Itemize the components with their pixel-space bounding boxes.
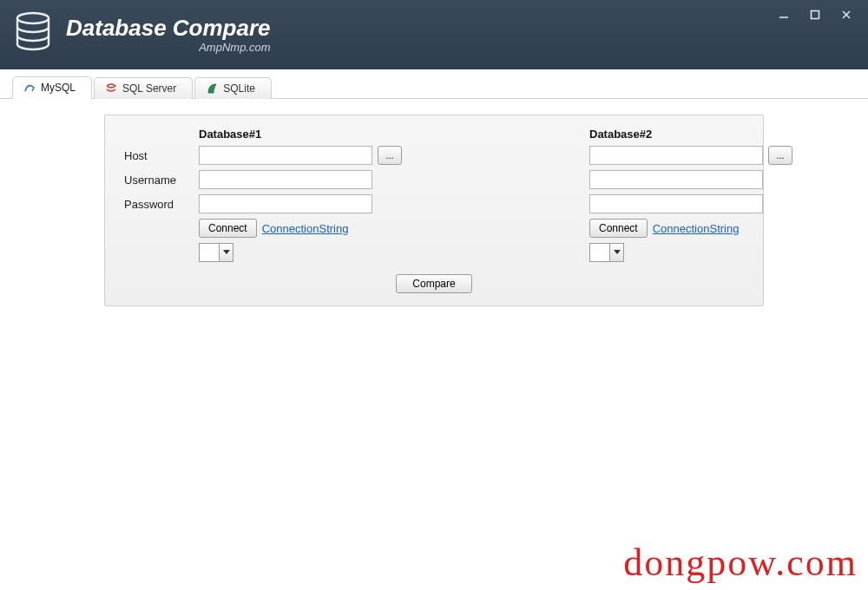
db2-header: Database#2 bbox=[589, 128, 763, 141]
db1-database-dropdown[interactable] bbox=[199, 243, 233, 262]
username-label: Username bbox=[124, 174, 194, 187]
db1-password-input[interactable] bbox=[199, 194, 372, 213]
db2-dropdown-value bbox=[590, 244, 609, 261]
app-title: Database Compare bbox=[66, 16, 271, 39]
db2-host-browse-button[interactable]: ... bbox=[768, 146, 792, 165]
host-label: Host bbox=[124, 149, 194, 162]
db2-connectionstring-link[interactable]: ConnectionString bbox=[653, 222, 740, 235]
content-area: Database#1 Database#2 Host ... ... Usern… bbox=[0, 99, 868, 322]
tab-label: SQLite bbox=[223, 82, 255, 95]
window-controls bbox=[769, 5, 861, 24]
titlebar: Database Compare AmpNmp.com bbox=[0, 0, 868, 69]
tab-label: SQL Server bbox=[122, 82, 176, 95]
db2-database-dropdown[interactable] bbox=[589, 243, 624, 262]
password-label: Password bbox=[124, 198, 194, 211]
compare-panel: Database#1 Database#2 Host ... ... Usern… bbox=[104, 115, 764, 306]
close-button[interactable] bbox=[832, 5, 861, 24]
db1-host-browse-button[interactable]: ... bbox=[378, 146, 402, 165]
db1-username-input[interactable] bbox=[199, 170, 372, 189]
mysql-icon bbox=[23, 82, 36, 94]
tab-sqlite[interactable]: SQLite bbox=[194, 77, 272, 99]
db1-dropdown-value bbox=[200, 244, 219, 261]
db1-header: Database#1 bbox=[199, 128, 372, 141]
database-logo-icon bbox=[12, 11, 54, 58]
minimize-button[interactable] bbox=[769, 5, 799, 24]
tab-label: MySQL bbox=[41, 82, 76, 94]
tab-mysql[interactable]: MySQL bbox=[12, 76, 92, 99]
svg-rect-2 bbox=[812, 11, 819, 19]
app-subtitle: AmpNmp.com bbox=[66, 41, 271, 54]
db1-connect-button[interactable]: Connect bbox=[199, 219, 257, 238]
db2-username-input[interactable] bbox=[589, 170, 763, 189]
title-block: Database Compare AmpNmp.com bbox=[66, 16, 271, 54]
db2-host-input[interactable] bbox=[589, 146, 763, 165]
tab-sqlserver[interactable]: SQL Server bbox=[94, 77, 193, 99]
maximize-button[interactable] bbox=[800, 5, 830, 24]
db1-connectionstring-link[interactable]: ConnectionString bbox=[262, 222, 349, 235]
svg-point-0 bbox=[17, 13, 49, 23]
compare-button[interactable]: Compare bbox=[396, 274, 471, 293]
db2-password-input[interactable] bbox=[589, 194, 763, 213]
db1-host-input[interactable] bbox=[199, 146, 372, 165]
app-logo-area: Database Compare AmpNmp.com bbox=[12, 11, 271, 58]
watermark-text: dongpow.com bbox=[623, 541, 858, 585]
chevron-down-icon bbox=[609, 244, 623, 261]
db2-connect-button[interactable]: Connect bbox=[589, 219, 648, 238]
sqlserver-icon bbox=[105, 82, 117, 95]
sqlite-icon bbox=[206, 82, 218, 95]
chevron-down-icon bbox=[219, 244, 233, 261]
tab-bar: MySQL SQL Server SQLite bbox=[0, 69, 868, 99]
